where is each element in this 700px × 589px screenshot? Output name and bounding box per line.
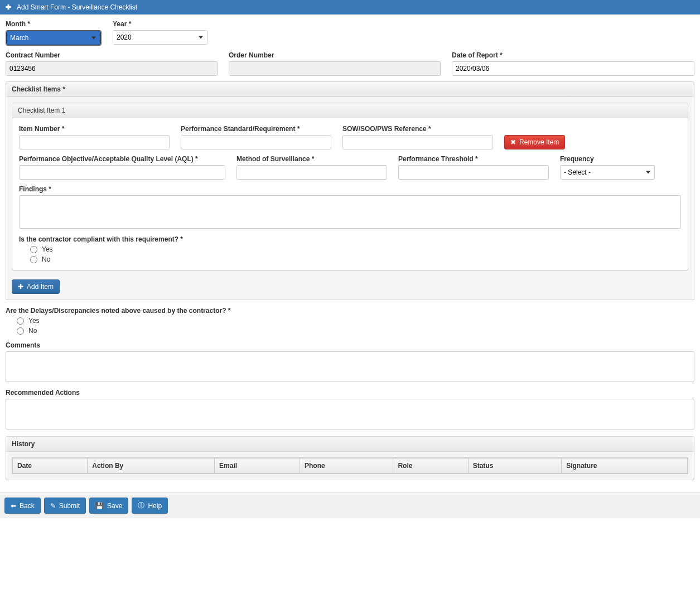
recommended-label: Recommended Actions: [6, 389, 694, 397]
checklist-item-1-header: Checklist Item 1: [12, 103, 688, 118]
month-select[interactable]: March: [6, 31, 101, 45]
date-of-report-label: Date of Report *: [452, 51, 694, 59]
compliant-no-radio[interactable]: [30, 256, 37, 263]
help-label: Help: [148, 502, 162, 510]
year-select-wrap: 2020: [113, 30, 207, 45]
add-item-label: Add Item: [27, 283, 54, 291]
check-icon: ✎: [50, 502, 56, 510]
aql-label: Performance Objective/Acceptable Quality…: [19, 155, 225, 163]
frequency-label: Frequency: [560, 155, 655, 163]
history-table-wrap: Date Action By Email Phone Role Status S…: [12, 457, 688, 474]
findings-label: Findings *: [19, 185, 681, 193]
compliant-no-label: No: [42, 255, 50, 263]
comments-textarea[interactable]: [6, 351, 694, 382]
delays-label: Are the Delays/Discrepancies noted above…: [6, 307, 230, 315]
arrow-left-icon: ⬅: [11, 502, 16, 510]
checklist-items-header: Checklist Items *: [6, 81, 694, 97]
year-select[interactable]: 2020: [113, 30, 207, 45]
history-header: History: [6, 436, 694, 452]
add-item-button[interactable]: ✚ Add Item: [12, 279, 60, 294]
compliant-yes-radio[interactable]: [30, 246, 37, 253]
remove-item-label: Remove Item: [519, 138, 559, 146]
sow-label: SOW/SOO/PWS Reference *: [342, 125, 493, 133]
info-icon: ⓘ: [138, 501, 144, 510]
month-select-wrap: March: [6, 30, 102, 46]
sow-input[interactable]: [342, 135, 493, 149]
contract-number-label: Contract Number: [6, 51, 218, 59]
submit-label: Submit: [59, 502, 80, 510]
help-button[interactable]: ⓘ Help: [132, 498, 168, 514]
perf-std-label: Performance Standard/Requirement *: [181, 125, 331, 133]
save-label: Save: [107, 502, 122, 510]
frequency-select-wrap: - Select -: [560, 165, 655, 180]
year-label: Year *: [113, 20, 207, 28]
delays-yes-label: Yes: [28, 317, 40, 325]
comments-label: Comments: [6, 341, 694, 349]
footer-bar: ⬅ Back ✎ Submit 💾 Save ⓘ Help: [0, 493, 700, 518]
remove-item-button[interactable]: ✖ Remove Item: [504, 135, 565, 149]
close-icon: ✖: [510, 138, 516, 146]
history-col-date: Date: [13, 458, 88, 474]
plus-icon: ✚: [6, 3, 11, 11]
date-of-report-input[interactable]: [452, 61, 694, 76]
threshold-label: Performance Threshold *: [398, 155, 549, 163]
aql-input[interactable]: [19, 165, 225, 180]
perf-std-input[interactable]: [181, 135, 331, 149]
compliant-yes-label: Yes: [42, 245, 53, 253]
history-table: Date Action By Email Phone Role Status S…: [12, 458, 688, 474]
save-button[interactable]: 💾 Save: [89, 498, 128, 514]
history-col-phone: Phone: [300, 458, 393, 474]
method-input[interactable]: [236, 165, 387, 180]
save-icon: 💾: [95, 502, 104, 510]
plus-icon: ✚: [18, 283, 23, 291]
history-col-email: Email: [215, 458, 300, 474]
item-number-label: Item Number *: [19, 125, 170, 133]
recommended-textarea[interactable]: [6, 399, 694, 429]
item-number-input[interactable]: [19, 135, 170, 149]
compliant-label: Is the contractor compliant with this re…: [19, 235, 183, 243]
page-title: Add Smart Form - Surveillance Checklist: [17, 3, 137, 11]
order-number-input: [229, 61, 441, 76]
delays-no-label: No: [28, 327, 37, 335]
history-col-status: Status: [468, 458, 562, 474]
delays-no-radio[interactable]: [17, 327, 24, 335]
page-header: ✚ Add Smart Form - Surveillance Checklis…: [0, 0, 700, 15]
history-col-actionby: Action By: [88, 458, 215, 474]
back-label: Back: [20, 502, 35, 510]
submit-button[interactable]: ✎ Submit: [44, 498, 86, 514]
back-button[interactable]: ⬅ Back: [4, 498, 41, 514]
threshold-input[interactable]: [398, 165, 549, 180]
method-label: Method of Surveillance *: [236, 155, 387, 163]
delays-yes-radio[interactable]: [17, 317, 24, 325]
history-col-signature: Signature: [562, 458, 688, 474]
history-col-role: Role: [393, 458, 468, 474]
frequency-select[interactable]: - Select -: [560, 165, 655, 180]
contract-number-input: [6, 61, 218, 76]
findings-textarea[interactable]: [19, 195, 681, 229]
month-label: Month *: [6, 20, 102, 28]
order-number-label: Order Number: [229, 51, 441, 59]
